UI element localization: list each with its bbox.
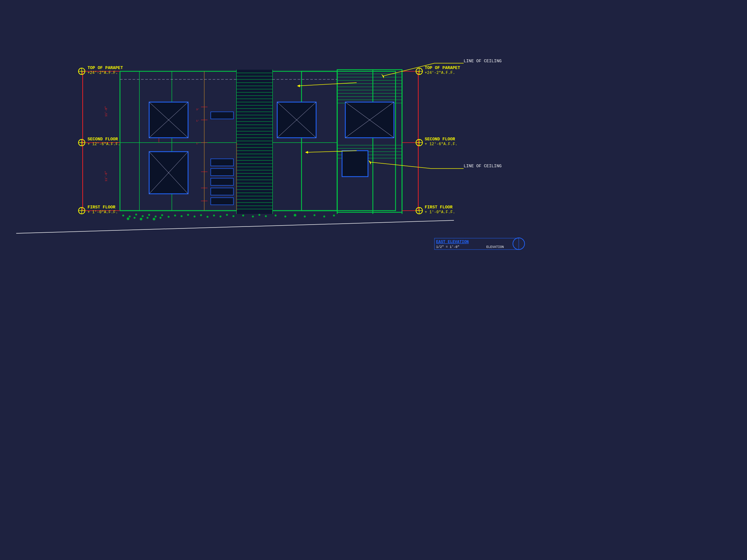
svg-point-133 (242, 215, 244, 216)
svg-rect-0 (0, 0, 747, 560)
svg-point-145 (134, 217, 135, 219)
svg-point-144 (127, 217, 129, 220)
svg-point-126 (194, 215, 196, 217)
svg-point-141 (313, 214, 315, 216)
svg-point-115 (122, 215, 124, 216)
second-floor-value-right: + 12'-6"A.F.F. (425, 142, 458, 146)
svg-point-131 (226, 214, 228, 216)
second-floor-value-left: + 12'-6"A.F.F. (87, 142, 120, 146)
elevation-drawing: TOP OF PARAPET +24'-2"A.F.F. SECOND FLOO… (0, 0, 747, 560)
svg-point-138 (284, 215, 286, 217)
svg-point-117 (135, 214, 137, 215)
svg-point-140 (304, 215, 306, 217)
svg-rect-109 (211, 159, 233, 166)
dim-label-1: 11'-8" (105, 106, 108, 117)
svg-rect-111 (211, 178, 233, 185)
svg-point-146 (140, 218, 142, 220)
drawing-scale: 1/2" = 1'-0" (436, 245, 459, 249)
svg-point-116 (129, 215, 131, 217)
svg-point-122 (168, 216, 170, 218)
svg-point-136 (265, 215, 267, 217)
svg-point-119 (148, 214, 150, 216)
svg-point-129 (213, 215, 215, 216)
top-of-parapet-value-left: +24'-2"A.F.F. (87, 71, 118, 75)
first-floor-label-left: FIRST FLOOR (87, 205, 115, 210)
svg-point-123 (174, 215, 176, 216)
drawing-title: EAST ELEVATION (436, 240, 469, 244)
svg-rect-112 (211, 188, 233, 195)
elevation-label: ELEVATION (486, 245, 504, 249)
svg-point-134 (252, 215, 254, 217)
svg-point-125 (187, 214, 189, 216)
svg-point-142 (323, 215, 325, 217)
dim-small-3: 1' (196, 142, 199, 145)
top-of-parapet-value-right: +24'-2"A.F.F. (425, 71, 455, 75)
second-floor-label-right: SECOND FLOOR (425, 137, 455, 142)
svg-rect-107 (342, 151, 368, 177)
top-of-parapet-label-left: TOP OF PARAPET (87, 65, 123, 70)
svg-point-149 (159, 217, 161, 219)
first-floor-value-left: + 1'-0"A.F.F. (87, 210, 118, 215)
svg-rect-113 (211, 198, 233, 205)
line-of-ceiling-bottom: LINE OF CEILING (464, 164, 501, 168)
svg-point-143 (333, 215, 335, 216)
svg-point-121 (161, 214, 163, 216)
second-floor-label-left: SECOND FLOOR (87, 137, 118, 142)
svg-point-128 (207, 216, 208, 218)
svg-point-130 (220, 215, 222, 217)
first-floor-label-right: FIRST FLOOR (425, 205, 453, 210)
svg-point-135 (258, 214, 260, 216)
svg-point-139 (294, 214, 297, 216)
svg-point-137 (275, 215, 277, 216)
svg-point-120 (155, 215, 157, 217)
svg-point-132 (232, 215, 234, 217)
dim-label-2: 11'-6" (105, 171, 108, 182)
drawing-canvas: TOP OF PARAPET +24'-2"A.F.F. SECOND FLOO… (0, 0, 747, 560)
svg-rect-18 (237, 70, 272, 214)
svg-point-148 (153, 218, 155, 220)
svg-point-118 (142, 215, 144, 217)
line-of-ceiling-top: LINE OF CEILING (464, 59, 501, 63)
svg-point-147 (147, 217, 149, 219)
svg-rect-108 (211, 112, 233, 119)
dim-small-1: 3' (196, 108, 199, 111)
top-of-parapet-label-right: TOP OF PARAPET (425, 65, 460, 70)
svg-point-127 (200, 214, 202, 216)
svg-point-124 (181, 215, 183, 217)
dim-small-2: 1' (196, 119, 199, 122)
svg-rect-110 (211, 168, 233, 176)
first-floor-value-right: + 1'-0"A.F.F. (425, 210, 455, 215)
